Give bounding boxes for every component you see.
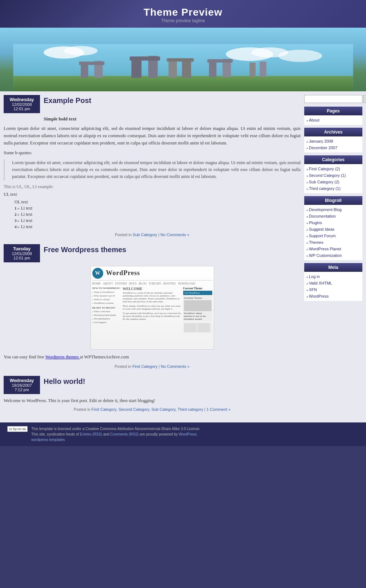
posted-in-label-2: Posted in: [114, 364, 131, 369]
meta-wordpress: WordPress: [306, 293, 360, 299]
meta-xfn-link[interactable]: XFN: [309, 287, 317, 293]
post-day-2: Tuesday: [7, 246, 36, 251]
post-subtitle-1: Simple bold text: [44, 116, 301, 122]
blogroll-themes: Themes: [306, 239, 360, 246]
svg-point-2: [64, 46, 97, 56]
archives-title: Archives: [304, 128, 362, 136]
post-title-1: Example Post: [44, 95, 91, 105]
hello-comments[interactable]: 1 Comment »: [206, 407, 230, 412]
posted-in-label-1: Posted in: [115, 233, 132, 237]
content: Wednesday 12/02/2008 12:01 pm Example Po…: [4, 95, 301, 419]
meta-login-link[interactable]: Log in: [309, 274, 320, 279]
post-title-2: Free Wordpress themes: [44, 244, 126, 254]
blogroll-planet: WordPress Planet: [306, 246, 360, 252]
blogroll-themes-link[interactable]: Themes: [309, 239, 323, 245]
archives-content: January 2008 December 2007: [304, 136, 362, 152]
post-body-2: You can easy find free Wordpress themes …: [4, 353, 301, 361]
cat-sub-link[interactable]: Sub Category (2): [309, 179, 339, 185]
list-example-label: This is UL, OL, LI example:: [4, 184, 301, 190]
categories-content: First Category (2) Second Category (1) S…: [304, 164, 362, 193]
site-footer: cc by-nc-sa This template is licensed un…: [0, 422, 366, 446]
post-day-3: Wednesday: [7, 378, 36, 383]
site-tagline: Theme preview tagline: [0, 18, 366, 23]
cat-second-link[interactable]: Second Category (1): [309, 172, 346, 178]
hello-cat-1[interactable]: First Category: [92, 407, 116, 412]
blogroll-dev: Development Blog: [306, 206, 360, 213]
meta-xfn: XFN: [306, 286, 360, 293]
hello-cat-4[interactable]: Third category: [178, 407, 203, 412]
wp-logo-circle: W: [92, 268, 103, 279]
search-input[interactable]: [304, 95, 362, 103]
wp-templates-link[interactable]: wordpress templates: [31, 438, 65, 442]
post-date-1: 12/02/2008: [7, 102, 36, 107]
comments-rss-link[interactable]: Comments (RSS): [110, 432, 138, 436]
sidebar: Search Pages About Archives January 2008…: [304, 95, 362, 419]
svg-rect-13: [168, 59, 177, 78]
post-example: Wednesday 12/02/2008 12:01 pm Example Po…: [4, 95, 301, 237]
page-about-link[interactable]: About: [309, 117, 319, 123]
blogroll-planet-link[interactable]: WordPress Planet: [309, 246, 341, 252]
entries-rss-link[interactable]: Entries (RSS): [80, 432, 102, 436]
search-widget: Search: [304, 95, 362, 103]
post-date-3: 19/26/2007: [7, 383, 36, 388]
svg-rect-6: [13, 76, 353, 91]
license-text: This template is licensed under a Creati…: [31, 427, 200, 431]
cat-third-link[interactable]: Third category (1): [309, 186, 341, 191]
blogroll-wpcustom-link[interactable]: WP Customization: [309, 253, 342, 258]
post-category-link-1[interactable]: Sub Category: [133, 233, 157, 237]
post-body-1: Lorem ipsum dolor sit amet, consectetur …: [4, 125, 301, 147]
site-title: Theme Preview: [0, 7, 366, 18]
svg-rect-20: [260, 61, 266, 77]
wordpress-link[interactable]: WordPress.: [179, 432, 198, 436]
themes-link[interactable]: Wordpress themes: [45, 354, 80, 359]
ul-label: UL text: [4, 192, 301, 197]
post-free-wp: Tuesday 12/01/2008 12:01 pm Free Wordpre…: [4, 244, 301, 369]
meta-xhtml-link[interactable]: Valid XHTML: [309, 280, 332, 286]
post-date-box-3: Wednesday 19/26/2007 7:12 pm: [4, 376, 40, 394]
feeds-text: This site, syndication feeds of: [31, 432, 79, 436]
archive-dec-link[interactable]: December 2007: [309, 145, 337, 151]
categories-widget: Categories First Category (2) Second Cat…: [304, 155, 362, 193]
svg-rect-15: [166, 58, 193, 61]
pages-content: About: [304, 115, 362, 125]
hello-cat-3[interactable]: Sub Category: [151, 407, 175, 412]
hero-image: [0, 28, 366, 91]
post-time-1: 12:01 pm: [7, 107, 36, 111]
li-2: 2 Li text: [15, 212, 301, 217]
posted-in-label-3: Posted in: [74, 407, 91, 412]
cat-third: Third category (1): [306, 185, 360, 192]
site-header: Theme Preview Theme preview tagline: [0, 0, 366, 28]
blogroll-widget: Blogroll Development Blog Documentation …: [304, 196, 362, 260]
svg-point-5: [278, 50, 322, 62]
meta-login: Log in: [306, 273, 360, 280]
blogroll-docs-link[interactable]: Documentation: [309, 213, 336, 219]
cat-sub: Sub Category (2): [306, 179, 360, 185]
pages-title: Pages: [304, 107, 362, 115]
post-date-2: 12/01/2008: [7, 251, 36, 256]
blogroll-dev-link[interactable]: Development Blog: [309, 207, 342, 212]
post-day-1: Wednesday: [7, 97, 36, 102]
blogroll-docs: Documentation: [306, 213, 360, 219]
post-header-2: Tuesday 12/01/2008 12:01 pm Free Wordpre…: [4, 244, 301, 262]
blogroll-support: Support Forum: [306, 233, 360, 239]
post-comments-link-1[interactable]: No Comments »: [160, 233, 189, 237]
svg-rect-19: [249, 63, 256, 77]
post-category-link-2[interactable]: First Category: [132, 364, 157, 369]
post-footer-3: Posted in First Category, Second Categor…: [4, 407, 301, 412]
li-4: 4 Li text: [15, 224, 301, 230]
cc-badge: cc by-nc-sa: [7, 426, 28, 432]
blogroll-suggest-link[interactable]: Suggest Ideas: [309, 226, 334, 232]
blogroll-plugins-link[interactable]: Plugins: [309, 220, 322, 226]
and-label: and: [103, 432, 110, 436]
post-hello-world: Wednesday 19/26/2007 7:12 pm Hello world…: [4, 376, 301, 412]
cat-first-link[interactable]: First Category (2): [309, 166, 340, 172]
hello-cat-2[interactable]: Second Category: [118, 407, 149, 412]
categories-title: Categories: [304, 155, 362, 164]
blogroll-support-link[interactable]: Support Forum: [309, 233, 335, 239]
blogroll-plugins: Plugins: [306, 219, 360, 226]
search-button[interactable]: Search: [363, 95, 366, 103]
meta-wordpress-link[interactable]: WordPress: [309, 293, 329, 299]
post-comments-link-2[interactable]: No Comments »: [161, 364, 189, 369]
archive-jan-link[interactable]: January 2008: [309, 138, 333, 144]
archive-dec-2007: December 2007: [306, 144, 360, 151]
